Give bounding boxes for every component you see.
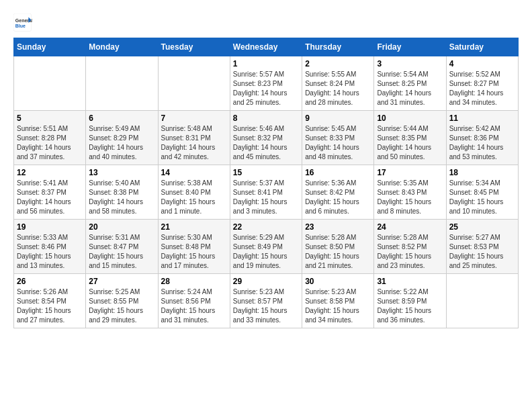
day-info: Sunrise: 5:37 AMSunset: 8:41 PMDaylight:… bbox=[233, 179, 299, 216]
calendar-cell: 6Sunrise: 5:49 AMSunset: 8:29 PMDaylight… bbox=[86, 111, 158, 165]
calendar-week-2: 5Sunrise: 5:51 AMSunset: 8:28 PMDaylight… bbox=[14, 111, 519, 165]
day-info: Sunrise: 5:41 AMSunset: 8:37 PMDaylight:… bbox=[17, 179, 83, 216]
calendar-cell: 22Sunrise: 5:29 AMSunset: 8:49 PMDayligh… bbox=[230, 220, 302, 274]
calendar-cell bbox=[86, 56, 158, 111]
day-number: 22 bbox=[233, 222, 299, 232]
calendar-cell: 19Sunrise: 5:33 AMSunset: 8:46 PMDayligh… bbox=[14, 220, 86, 274]
calendar-cell: 8Sunrise: 5:46 AMSunset: 8:32 PMDaylight… bbox=[230, 111, 302, 165]
calendar-cell: 7Sunrise: 5:48 AMSunset: 8:31 PMDaylight… bbox=[158, 111, 230, 165]
day-of-week-monday: Monday bbox=[86, 38, 158, 56]
day-info: Sunrise: 5:40 AMSunset: 8:38 PMDaylight:… bbox=[89, 179, 154, 216]
calendar-cell: 4Sunrise: 5:52 AMSunset: 8:27 PMDaylight… bbox=[446, 56, 518, 111]
calendar-table: SundayMondayTuesdayWednesdayThursdayFrid… bbox=[13, 38, 519, 328]
day-info: Sunrise: 5:44 AMSunset: 8:35 PMDaylight:… bbox=[377, 124, 443, 162]
calendar-week-5: 26Sunrise: 5:26 AMSunset: 8:54 PMDayligh… bbox=[14, 274, 519, 328]
day-number: 19 bbox=[17, 222, 83, 232]
day-info: Sunrise: 5:33 AMSunset: 8:46 PMDaylight:… bbox=[17, 233, 83, 271]
calendar-week-4: 19Sunrise: 5:33 AMSunset: 8:46 PMDayligh… bbox=[14, 220, 519, 274]
day-number: 23 bbox=[305, 222, 371, 232]
calendar-cell: 5Sunrise: 5:51 AMSunset: 8:28 PMDaylight… bbox=[14, 111, 86, 165]
day-number: 6 bbox=[89, 113, 154, 123]
calendar-cell: 15Sunrise: 5:37 AMSunset: 8:41 PMDayligh… bbox=[230, 165, 302, 220]
calendar-cell: 13Sunrise: 5:40 AMSunset: 8:38 PMDayligh… bbox=[86, 165, 158, 220]
day-of-week-wednesday: Wednesday bbox=[230, 38, 302, 56]
day-number: 8 bbox=[233, 113, 299, 123]
day-number: 30 bbox=[305, 277, 371, 286]
calendar-cell: 16Sunrise: 5:36 AMSunset: 8:42 PMDayligh… bbox=[302, 165, 374, 220]
day-number: 27 bbox=[89, 277, 154, 286]
day-number: 24 bbox=[377, 222, 443, 232]
day-number: 29 bbox=[233, 277, 299, 286]
calendar-week-3: 12Sunrise: 5:41 AMSunset: 8:37 PMDayligh… bbox=[14, 165, 519, 220]
calendar-cell: 3Sunrise: 5:54 AMSunset: 8:25 PMDaylight… bbox=[374, 56, 446, 111]
days-of-week-row: SundayMondayTuesdayWednesdayThursdayFrid… bbox=[14, 38, 519, 56]
day-info: Sunrise: 5:49 AMSunset: 8:29 PMDaylight:… bbox=[89, 124, 154, 162]
day-number: 25 bbox=[449, 222, 515, 232]
day-info: Sunrise: 5:55 AMSunset: 8:24 PMDaylight:… bbox=[305, 70, 371, 107]
day-number: 10 bbox=[377, 113, 443, 123]
day-info: Sunrise: 5:23 AMSunset: 8:58 PMDaylight:… bbox=[305, 287, 371, 325]
day-number: 28 bbox=[161, 277, 227, 286]
day-info: Sunrise: 5:45 AMSunset: 8:33 PMDaylight:… bbox=[305, 124, 371, 162]
day-number: 13 bbox=[89, 168, 154, 177]
day-number: 5 bbox=[17, 113, 83, 123]
day-number: 26 bbox=[17, 277, 83, 286]
calendar-header: SundayMondayTuesdayWednesdayThursdayFrid… bbox=[14, 38, 519, 56]
calendar-cell: 24Sunrise: 5:28 AMSunset: 8:52 PMDayligh… bbox=[374, 220, 446, 274]
calendar-cell: 18Sunrise: 5:34 AMSunset: 8:45 PMDayligh… bbox=[446, 165, 518, 220]
day-number: 31 bbox=[377, 277, 443, 286]
day-number: 17 bbox=[377, 168, 443, 177]
calendar-cell: 28Sunrise: 5:24 AMSunset: 8:56 PMDayligh… bbox=[158, 274, 230, 328]
day-info: Sunrise: 5:25 AMSunset: 8:55 PMDaylight:… bbox=[89, 287, 154, 325]
calendar-cell: 23Sunrise: 5:28 AMSunset: 8:50 PMDayligh… bbox=[302, 220, 374, 274]
day-number: 14 bbox=[161, 168, 227, 177]
day-info: Sunrise: 5:42 AMSunset: 8:36 PMDaylight:… bbox=[449, 124, 515, 162]
calendar-cell: 29Sunrise: 5:23 AMSunset: 8:57 PMDayligh… bbox=[230, 274, 302, 328]
day-number: 11 bbox=[449, 113, 515, 123]
day-of-week-thursday: Thursday bbox=[302, 38, 374, 56]
calendar-cell: 2Sunrise: 5:55 AMSunset: 8:24 PMDaylight… bbox=[302, 56, 374, 111]
day-info: Sunrise: 5:26 AMSunset: 8:54 PMDaylight:… bbox=[17, 287, 83, 325]
day-info: Sunrise: 5:35 AMSunset: 8:43 PMDaylight:… bbox=[377, 179, 443, 216]
day-info: Sunrise: 5:46 AMSunset: 8:32 PMDaylight:… bbox=[233, 124, 299, 162]
day-number: 21 bbox=[161, 222, 227, 232]
calendar-cell bbox=[14, 56, 86, 111]
day-number: 12 bbox=[17, 168, 83, 177]
calendar-cell: 30Sunrise: 5:23 AMSunset: 8:58 PMDayligh… bbox=[302, 274, 374, 328]
day-info: Sunrise: 5:24 AMSunset: 8:56 PMDaylight:… bbox=[161, 287, 227, 325]
day-number: 2 bbox=[305, 59, 371, 68]
day-number: 15 bbox=[233, 168, 299, 177]
day-info: Sunrise: 5:31 AMSunset: 8:47 PMDaylight:… bbox=[89, 233, 154, 271]
calendar-cell: 26Sunrise: 5:26 AMSunset: 8:54 PMDayligh… bbox=[14, 274, 86, 328]
calendar-body: 1Sunrise: 5:57 AMSunset: 8:23 PMDaylight… bbox=[14, 56, 519, 328]
day-number: 9 bbox=[305, 113, 371, 123]
calendar-cell: 27Sunrise: 5:25 AMSunset: 8:55 PMDayligh… bbox=[86, 274, 158, 328]
calendar-cell bbox=[158, 56, 230, 111]
page-header: General Blue bbox=[13, 13, 519, 32]
day-of-week-tuesday: Tuesday bbox=[158, 38, 230, 56]
day-info: Sunrise: 5:36 AMSunset: 8:42 PMDaylight:… bbox=[305, 179, 371, 216]
day-number: 16 bbox=[305, 168, 371, 177]
day-info: Sunrise: 5:34 AMSunset: 8:45 PMDaylight:… bbox=[449, 179, 515, 216]
calendar-cell: 14Sunrise: 5:38 AMSunset: 8:40 PMDayligh… bbox=[158, 165, 230, 220]
calendar-cell: 10Sunrise: 5:44 AMSunset: 8:35 PMDayligh… bbox=[374, 111, 446, 165]
logo-icon: General Blue bbox=[13, 13, 32, 32]
day-info: Sunrise: 5:30 AMSunset: 8:48 PMDaylight:… bbox=[161, 233, 227, 271]
day-number: 3 bbox=[377, 59, 443, 68]
day-of-week-sunday: Sunday bbox=[14, 38, 86, 56]
day-number: 4 bbox=[449, 59, 515, 68]
day-number: 18 bbox=[449, 168, 515, 177]
day-info: Sunrise: 5:51 AMSunset: 8:28 PMDaylight:… bbox=[17, 124, 83, 162]
calendar-cell: 11Sunrise: 5:42 AMSunset: 8:36 PMDayligh… bbox=[446, 111, 518, 165]
day-info: Sunrise: 5:27 AMSunset: 8:53 PMDaylight:… bbox=[449, 233, 515, 271]
calendar-week-1: 1Sunrise: 5:57 AMSunset: 8:23 PMDaylight… bbox=[14, 56, 519, 111]
logo: General Blue bbox=[13, 13, 38, 32]
day-info: Sunrise: 5:29 AMSunset: 8:49 PMDaylight:… bbox=[233, 233, 299, 271]
day-info: Sunrise: 5:57 AMSunset: 8:23 PMDaylight:… bbox=[233, 70, 299, 107]
day-info: Sunrise: 5:48 AMSunset: 8:31 PMDaylight:… bbox=[161, 124, 227, 162]
day-info: Sunrise: 5:22 AMSunset: 8:59 PMDaylight:… bbox=[377, 287, 443, 325]
calendar-cell: 25Sunrise: 5:27 AMSunset: 8:53 PMDayligh… bbox=[446, 220, 518, 274]
svg-text:Blue: Blue bbox=[15, 24, 26, 28]
calendar-cell bbox=[446, 274, 518, 328]
day-info: Sunrise: 5:54 AMSunset: 8:25 PMDaylight:… bbox=[377, 70, 443, 107]
